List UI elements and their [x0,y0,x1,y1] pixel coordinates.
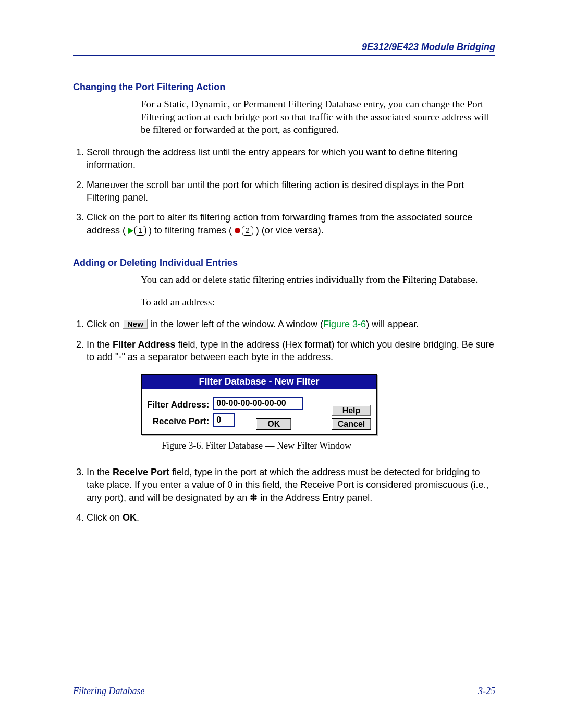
step-3: Click on the port to alter its filtering… [87,211,495,237]
cancel-button[interactable]: Cancel [332,418,371,430]
new-button-inline: New [123,319,148,329]
add-step-2: In the Filter Address field, type in the… [87,338,495,364]
forward-badge: 1 [134,226,146,236]
new-filter-dialog: Filter Database - New Filter Filter Addr… [141,374,377,435]
add-step-4: Click on OK. [87,511,495,524]
add-step3-a: In the [87,467,113,477]
step3-text-b: ) to filtering frames ( [149,225,232,236]
filter-address-input[interactable]: 00-00-00-00-00-00 [213,397,303,410]
header-divider [73,55,495,56]
step3-text-c: ) (or vice versa). [256,225,324,236]
ok-button[interactable]: OK [256,418,291,430]
receive-port-bold: Receive Port [113,467,169,477]
section1-intro: For a Static, Dynamic, or Permanent Filt… [141,98,495,137]
section2-p1: You can add or delete static filtering e… [141,274,495,287]
add-step1-a: Click on [87,319,123,329]
help-button[interactable]: Help [332,405,371,416]
section1-steps: Scroll through the address list until th… [73,146,495,237]
add-step1-c: ) will appear. [366,319,419,329]
dialog-title: Filter Database - New Filter [142,375,376,389]
filter-address-label: Filter Address: [147,397,209,413]
ok-bold: OK [123,512,137,523]
add-step-3: In the Receive Port field, type in the p… [87,466,495,504]
filter-address-bold: Filter Address [113,339,175,350]
receive-port-input[interactable]: 0 [213,413,235,427]
heading-change-port-filtering: Changing the Port Filtering Action [73,82,495,93]
figure-ref-3-6[interactable]: Figure 3-6 [323,319,366,329]
filter-dot-icon [235,228,240,233]
add-step1-b: in the lower left of the window. A windo… [151,319,323,329]
section2-p2: To add an address: [141,296,495,309]
step-1: Scroll through the address list until th… [87,146,495,171]
figure-caption: Figure 3-6. Filter Database — New Filter… [162,440,495,451]
section2-steps-a: Click on New in the lower left of the wi… [73,318,495,363]
add-step2-a: In the [87,339,113,350]
forward-arrow-icon [128,228,133,234]
footer-left: Filtering Database [73,686,145,697]
step-2: Maneuver the scroll bar until the port f… [87,179,495,204]
filter-badge: 2 [242,226,253,236]
add-step4-a: Click on [87,512,123,523]
add-step-1: Click on New in the lower left of the wi… [87,318,495,330]
heading-add-delete-entries: Adding or Deleting Individual Entries [73,257,495,268]
receive-port-label: Receive Port: [147,413,209,430]
page-header-title: 9E312/9E423 Module Bridging [73,42,495,53]
section2-steps-b: In the Receive Port field, type in the p… [73,466,495,524]
footer-page-number: 3-25 [478,686,495,697]
add-step4-b: . [137,512,139,523]
